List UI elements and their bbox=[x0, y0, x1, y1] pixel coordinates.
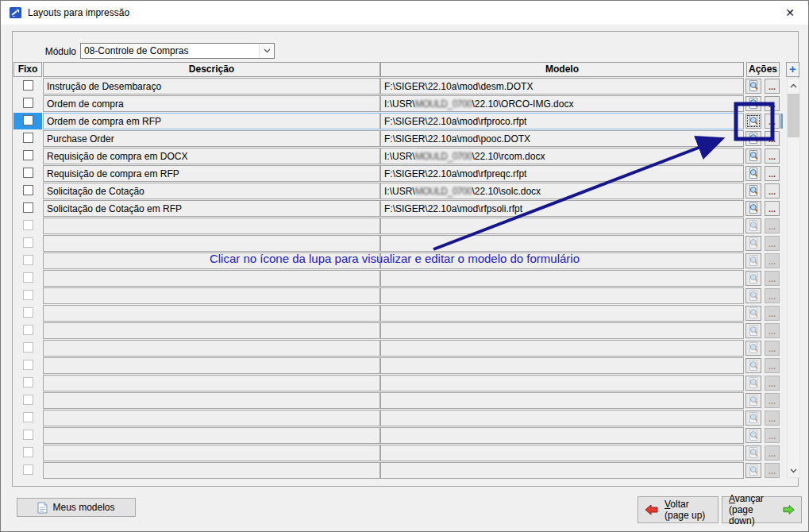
fixo-checkbox[interactable] bbox=[23, 150, 33, 160]
scroll-up-icon[interactable] bbox=[788, 79, 799, 92]
descricao-cell[interactable] bbox=[43, 392, 380, 409]
modelo-cell[interactable] bbox=[380, 235, 744, 252]
descricao-cell[interactable] bbox=[43, 375, 380, 391]
modelo-cell[interactable] bbox=[380, 462, 744, 479]
avancar-label: Avançar (page down) bbox=[729, 493, 776, 526]
descricao-cell[interactable] bbox=[43, 235, 380, 252]
column-header-descricao: Descrição bbox=[43, 62, 380, 77]
modelo-cell[interactable] bbox=[380, 322, 744, 339]
preview-magnifier-button bbox=[745, 376, 761, 391]
table-row: ... bbox=[1, 340, 809, 357]
add-layout-button[interactable]: + bbox=[786, 62, 799, 77]
descricao-cell[interactable]: Requisição de compra em DOCX bbox=[43, 148, 380, 164]
fixo-checkbox[interactable] bbox=[23, 133, 33, 143]
modelo-cell[interactable] bbox=[380, 305, 744, 322]
modelo-cell[interactable]: F:\SIGER\22.10a\mod\rfpsoli.rfpt bbox=[380, 200, 744, 217]
fixo-checkbox bbox=[23, 377, 33, 387]
meus-modelos-button[interactable]: Meus modelos bbox=[17, 498, 136, 517]
fixo-checkbox bbox=[23, 272, 33, 283]
avancar-page-down-button[interactable]: Avançar (page down) bbox=[722, 496, 802, 523]
fixo-checkbox[interactable] bbox=[23, 202, 33, 213]
scrollbar-thumb[interactable] bbox=[788, 94, 799, 137]
fixo-checkbox[interactable] bbox=[23, 80, 33, 91]
descricao-cell[interactable] bbox=[43, 357, 380, 374]
preview-magnifier-button[interactable] bbox=[745, 183, 761, 199]
more-options-button: ... bbox=[765, 463, 780, 478]
table-row: ... bbox=[1, 392, 809, 410]
chevron-down-icon[interactable] bbox=[259, 44, 274, 58]
preview-magnifier-button bbox=[745, 323, 761, 338]
document-magnifier-icon bbox=[747, 376, 760, 389]
module-label: Módulo bbox=[17, 46, 76, 57]
descricao-cell[interactable] bbox=[43, 410, 380, 426]
more-options-button[interactable]: ... bbox=[765, 201, 780, 216]
table-row: ... bbox=[1, 445, 809, 462]
more-options-button[interactable]: ... bbox=[765, 131, 780, 146]
document-magnifier-icon bbox=[747, 114, 760, 127]
close-icon[interactable]: ✕ bbox=[772, 1, 808, 24]
preview-magnifier-button[interactable] bbox=[745, 131, 761, 146]
modelo-cell[interactable] bbox=[380, 287, 744, 304]
fixo-checkbox[interactable] bbox=[23, 98, 33, 108]
document-magnifier-icon bbox=[747, 132, 760, 145]
descricao-cell[interactable]: Solicitação de Cotação em RFP bbox=[43, 200, 380, 217]
more-options-button[interactable]: ... bbox=[765, 79, 780, 94]
descricao-cell[interactable] bbox=[43, 322, 380, 339]
more-options-button[interactable]: ... bbox=[765, 96, 780, 111]
preview-magnifier-button[interactable] bbox=[745, 114, 761, 129]
descricao-cell[interactable] bbox=[43, 340, 380, 357]
modelo-cell[interactable] bbox=[380, 253, 744, 269]
modelo-cell[interactable] bbox=[380, 340, 744, 357]
more-options-button: ... bbox=[765, 271, 780, 286]
vertical-scrollbar[interactable] bbox=[787, 78, 800, 478]
scroll-down-icon[interactable] bbox=[788, 464, 799, 477]
descricao-cell[interactable] bbox=[43, 427, 380, 444]
descricao-cell[interactable] bbox=[43, 445, 380, 461]
descricao-cell[interactable]: Instrução de Desembaraço bbox=[43, 78, 380, 94]
preview-magnifier-button[interactable] bbox=[745, 96, 761, 111]
modelo-cell[interactable]: F:\SIGER\22.10a\mod\rfproco.rfpt bbox=[380, 113, 744, 129]
descricao-cell[interactable] bbox=[43, 218, 380, 234]
descricao-cell[interactable] bbox=[43, 305, 380, 322]
descricao-cell[interactable] bbox=[43, 253, 380, 269]
descricao-cell[interactable]: Ordem de compra em RFP bbox=[43, 113, 380, 129]
more-options-button: ... bbox=[765, 411, 780, 426]
modelo-cell[interactable]: I:\USR\MOULD_0700\22.10\ORCO-IMG.docx bbox=[380, 95, 744, 112]
descricao-cell[interactable]: Requisição de compra em RFP bbox=[43, 165, 380, 182]
preview-magnifier-button[interactable] bbox=[745, 201, 761, 216]
descricao-cell[interactable]: Ordem de compra bbox=[43, 95, 380, 112]
modelo-cell[interactable] bbox=[380, 427, 744, 444]
document-magnifier-icon bbox=[747, 202, 760, 214]
more-options-button[interactable]: ... bbox=[765, 148, 780, 164]
fixo-checkbox[interactable] bbox=[23, 115, 33, 125]
modelo-cell[interactable]: F:\SIGER\22.10a\mod\rfpreqc.rfpt bbox=[380, 165, 744, 182]
more-options-button[interactable]: ... bbox=[765, 183, 780, 199]
modelo-cell[interactable] bbox=[380, 375, 744, 391]
modelo-cell[interactable]: F:\SIGER\22.10a\mod\desm.DOTX bbox=[380, 78, 744, 94]
preview-magnifier-button[interactable] bbox=[745, 166, 761, 181]
descricao-cell[interactable] bbox=[43, 270, 380, 287]
modelo-cell[interactable] bbox=[380, 218, 744, 234]
modelo-cell[interactable] bbox=[380, 357, 744, 374]
modelo-cell[interactable] bbox=[380, 270, 744, 287]
fixo-checkbox[interactable] bbox=[23, 185, 33, 195]
modelo-cell[interactable] bbox=[380, 445, 744, 461]
descricao-cell[interactable] bbox=[43, 462, 380, 479]
descricao-cell[interactable]: Solicitação de Cotação bbox=[43, 183, 380, 199]
document-magnifier-icon bbox=[747, 464, 760, 476]
descricao-cell[interactable]: Purchase Order bbox=[43, 130, 380, 147]
modelo-cell[interactable]: I:\USR\MOULD_0700\22.10\rcom.docx bbox=[380, 148, 744, 164]
document-magnifier-icon bbox=[747, 289, 760, 302]
modelo-cell[interactable] bbox=[380, 392, 744, 409]
preview-magnifier-button[interactable] bbox=[745, 148, 761, 164]
descricao-cell[interactable] bbox=[43, 287, 380, 304]
modelo-cell[interactable]: F:\SIGER\22.10a\mod\pooc.DOTX bbox=[380, 130, 744, 147]
modelo-cell[interactable] bbox=[380, 410, 744, 426]
preview-magnifier-button[interactable] bbox=[745, 79, 761, 94]
module-select[interactable]: 08-Controle de Compras bbox=[80, 43, 275, 59]
more-options-button[interactable]: ... bbox=[765, 114, 780, 129]
voltar-page-up-button[interactable]: Voltar (page up) bbox=[638, 496, 718, 523]
fixo-checkbox[interactable] bbox=[23, 168, 33, 178]
modelo-cell[interactable]: I:\USR\MOULD_0700\22.10\solc.docx bbox=[380, 183, 744, 199]
more-options-button[interactable]: ... bbox=[765, 166, 780, 181]
